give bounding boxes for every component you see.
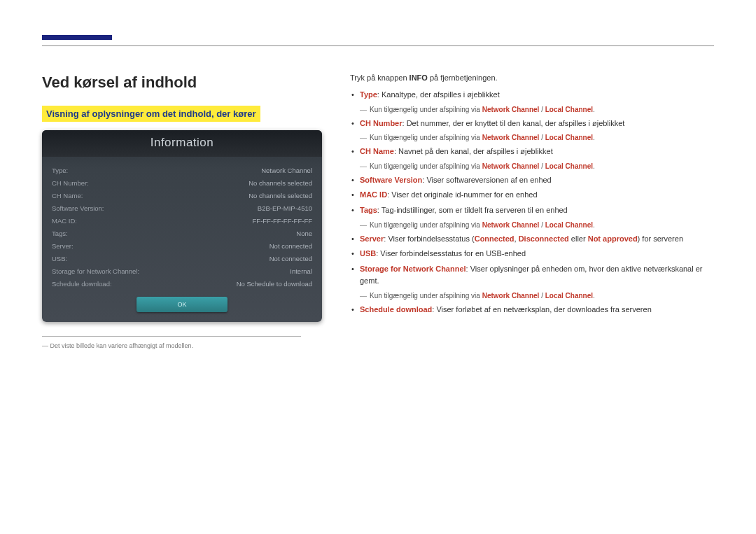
info-row-label: Type: [52,167,68,174]
info-row: Tags:None [52,227,312,239]
subnote-lc: Local Channel [545,134,593,141]
item-storage-name: Storage for Network Channel [360,265,466,273]
info-row-label: Schedule download: [52,280,112,288]
subnote-prefix: Kun tilgængelig under afspilning via [370,106,482,113]
item-sw-name: Software Version [360,176,422,184]
item-type: Type: Kanaltype, der afspilles i øjeblik… [350,89,714,101]
info-row: Schedule download:No Schedule to downloa… [52,277,312,290]
subnote-chname: Kun tilgængelig under afspilning via Net… [350,161,714,171]
item-usb-name: USB [360,249,376,258]
subnote-lc: Local Channel [545,162,593,170]
subnote-nc: Network Channel [482,134,540,141]
item-chnumber-name: CH Number [360,119,402,127]
info-row-label: Tags: [52,230,68,237]
subnote-lc: Local Channel [545,221,593,229]
info-row: Software Version:B2B-EP-MIP-4510 [52,202,312,214]
item-chname-name: CH Name [360,147,394,155]
left-divider [42,336,301,337]
info-row-value: Internal [290,267,312,275]
section-title: Visning af oplysninger om det indhold, d… [42,106,260,122]
right-column: Tryk på knappen INFO på fjernbetjeningen… [350,73,714,349]
item-chname-desc: : Navnet på den kanal, der afspilles i ø… [394,147,553,155]
subnote-prefix: Kun tilgængelig under afspilning via [370,221,482,229]
info-row: Storage for Network Channel:Internal [52,265,312,277]
item-ch-number: CH Number: Det nummer, der er knyttet ti… [350,118,714,130]
subnote-end: . [593,106,595,113]
subnote-prefix: Kun tilgængelig under afspilning via [370,162,482,170]
info-row-label: CH Number: [52,179,89,187]
item-schedule-desc: : Viser forløbet af en netværksplan, der… [432,305,651,314]
server-disconnected: Disconnected [519,234,569,243]
subnote-nc: Network Channel [482,292,540,300]
subnote-prefix: Kun tilgængelig under afspilning via [370,134,482,141]
info-row: Type:Network Channel [52,164,312,176]
item-mac-name: MAC ID [360,190,387,199]
info-row-value: B2B-EP-MIP-4510 [258,204,312,212]
item-type-name: Type [360,90,377,99]
footnote: Det viste billede kan variere afhængigt … [42,342,322,349]
item-mac-desc: : Viser det originale id-nummer for en e… [387,190,537,199]
item-server-suffix: ) for serveren [638,234,683,243]
subnote-nc: Network Channel [482,221,540,229]
subnote-sep: / [539,292,545,300]
info-row-label: MAC ID: [52,217,77,225]
info-panel-header: Information [42,130,322,157]
item-sw-desc: : Viser softwareversionen af en enhed [422,176,551,184]
subnote-nc: Network Channel [482,106,540,113]
item-usb-desc: : Viser forbindelsesstatus for en USB-en… [376,249,526,258]
info-row: USB:Not connected [52,252,312,265]
server-or: eller [569,234,588,243]
subnote-storage: Kun tilgængelig under afspilning via Net… [350,290,714,301]
item-usb: USB: Viser forbindelsesstatus for en USB… [350,248,714,260]
server-notapproved: Not approved [588,234,638,243]
info-row-label: USB: [52,255,67,262]
information-panel: Information Type:Network ChannelCH Numbe… [42,130,322,322]
info-row-value: FF-FF-FF-FF-FF-FF [253,217,312,225]
subnote-sep: / [539,106,545,113]
item-tags: Tags: Tag-indstillinger, som er tildelt … [350,204,714,217]
info-row-label: Storage for Network Channel: [52,267,139,275]
intro-suffix: på fjernbetjeningen. [428,73,498,82]
info-row: CH Name:No channels selected [52,189,312,202]
item-server-name: Server [360,234,384,243]
intro-text: Tryk på knappen INFO på fjernbetjeningen… [350,73,714,82]
subnote-end: . [593,292,595,300]
item-tags-desc: : Tag-indstillinger, som er tildelt fra … [377,206,568,214]
subnote-end: . [593,221,595,229]
left-column: Ved kørsel af indhold Visning af oplysni… [42,73,322,349]
info-row-value: No channels selected [248,179,312,187]
info-list: Type: Kanaltype, der afspilles i øjeblik… [350,89,714,316]
subnote-prefix: Kun tilgængelig under afspilning via [370,292,482,300]
info-row-value: Network Channel [261,167,312,174]
intro-bold: INFO [410,73,428,82]
subnote-end: . [593,162,595,170]
item-ch-name: CH Name: Navnet på den kanal, der afspil… [350,146,714,158]
info-row-value: No channels selected [248,192,312,199]
item-software-version: Software Version: Viser softwareversione… [350,174,714,187]
info-row-label: Server: [52,242,74,250]
info-row: CH Number:No channels selected [52,176,312,189]
info-row-value: No Schedule to download [237,280,312,288]
info-row: MAC ID:FF-FF-FF-FF-FF-FF [52,214,312,227]
subnote-type: Kun tilgængelig under afspilning via Net… [350,104,714,115]
item-mac-id: MAC ID: Viser det originale id-nummer fo… [350,189,714,202]
item-server: Server: Viser forbindelsesstatus (Connec… [350,233,714,246]
subnote-sep: / [539,221,545,229]
info-row-label: CH Name: [52,192,83,199]
subnote-chnumber: Kun tilgængelig under afspilning via Net… [350,132,714,143]
subnote-sep: / [539,162,545,170]
info-row-value: None [296,230,312,237]
content-wrapper: Ved kørsel af indhold Visning af oplysni… [42,73,714,349]
info-panel-body: Type:Network ChannelCH Number:No channel… [42,157,322,322]
info-row: Server:Not connected [52,239,312,252]
server-connected: Connected [475,234,514,243]
page-title: Ved kørsel af indhold [42,73,322,92]
ok-button[interactable]: OK [136,297,227,312]
item-chnumber-desc: : Det nummer, der er knyttet til den kan… [402,119,625,127]
subnote-lc: Local Channel [545,106,593,113]
subnote-sep: / [539,134,545,141]
info-row-label: Software Version: [52,204,104,212]
subnote-lc: Local Channel [545,292,593,300]
subnote-end: . [593,134,595,141]
info-row-value: Not connected [270,242,312,250]
